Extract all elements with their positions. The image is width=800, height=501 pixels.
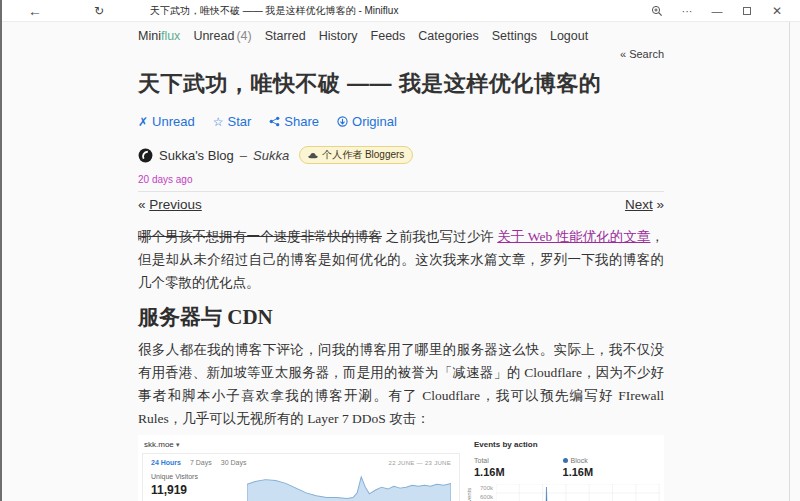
events-yaxis-title: Events: [466, 488, 472, 501]
total-value: 1.16M: [474, 466, 505, 478]
previous-link[interactable]: Previous: [149, 197, 202, 212]
body-link-web-perf[interactable]: 关于 Web 性能优化的文章: [497, 229, 650, 244]
nav-item-settings[interactable]: Settings: [492, 29, 537, 43]
maximize-button[interactable]: [732, 5, 762, 17]
external-link-icon: [337, 116, 348, 127]
paragraph: 很多人都在我的博客下评论，问我的博客用了哪里的服务器这么快。实际上，我不仅没有用…: [138, 338, 664, 430]
category-badge[interactable]: 个人作者 Bloggers: [299, 146, 413, 164]
analytics-card: 24 Hours 7 Days 30 Days 22 JUNE — 23 JUN…: [142, 453, 460, 501]
caret-down-icon: ▾: [176, 441, 180, 448]
maximize-icon: [743, 7, 751, 15]
nav-label: Unread: [193, 29, 234, 43]
share-nodes-icon: [269, 116, 280, 127]
magnifier-plus-icon: [651, 5, 663, 17]
minimize-button[interactable]: —: [702, 5, 732, 17]
main-nav: Miniflux Unread(4) Starred History Feeds…: [138, 29, 664, 43]
search-link[interactable]: « Search: [620, 48, 664, 60]
total-label: Total: [474, 457, 505, 464]
nav-item-starred[interactable]: Starred: [265, 29, 306, 43]
unread-x-icon: ✗: [138, 115, 148, 129]
prev-arrow: «: [138, 197, 149, 212]
app-window: ← ↻ 天下武功，唯快不破 —— 我是这样优化博客的 - Miniflux ··…: [0, 0, 800, 501]
time-range-tabs: 24 Hours 7 Days 30 Days 22 JUNE — 23 JUN…: [151, 459, 451, 466]
meta-separator: –: [240, 148, 247, 163]
window-titlebar: ← ↻ 天下武功，唯快不破 —— 我是这样优化博客的 - Miniflux ··…: [2, 0, 800, 22]
events-yticks: 700k 600k 500k 400k 300k 200k 100k: [476, 484, 493, 501]
analytics-right-panel: Events by action Total 1.16M Block 1.16M…: [474, 438, 660, 501]
nav-item-unread[interactable]: Unread(4): [193, 29, 251, 43]
close-button[interactable]: ✕: [762, 4, 792, 18]
unread-counter: (4): [236, 29, 251, 43]
entry-date: 20 days ago: [138, 174, 664, 185]
back-icon[interactable]: ←: [28, 3, 42, 19]
unique-visitors-row: Unique Visitors 11,919: [151, 473, 451, 501]
tab-30-days: 30 Days: [221, 459, 247, 466]
unread-label: Unread: [152, 114, 195, 129]
events-block: Block 1.16M: [563, 457, 594, 478]
entry-content: 哪个男孩不想拥有一个速度非常快的博客 之前我也写过少许 关于 Web 性能优化的…: [138, 225, 664, 430]
star-icon: ☆: [213, 115, 224, 129]
paragraph: 哪个男孩不想拥有一个速度非常快的博客 之前我也写过少许 关于 Web 性能优化的…: [138, 225, 664, 294]
strikethrough-text: 哪个男孩不想拥有一个速度非常快的博客: [138, 229, 382, 244]
star-button[interactable]: ☆ Star: [213, 114, 252, 129]
nav-item-categories[interactable]: Categories: [418, 29, 478, 43]
entry-pagination: « Previous Next »: [138, 197, 664, 212]
hat-icon: [308, 151, 318, 159]
author-name: Sukka: [253, 148, 289, 163]
events-stats: Total 1.16M Block 1.16M: [474, 457, 660, 478]
logo-text-black: Mini: [138, 29, 161, 43]
block-value: 1.16M: [563, 466, 594, 478]
badge-label: 个人作者 Bloggers: [322, 148, 404, 162]
section-heading: 服务器与 CDN: [138, 306, 664, 329]
nav-item-feeds[interactable]: Feeds: [371, 29, 406, 43]
events-total: Total 1.16M: [474, 457, 505, 478]
entry-title: 天下武功，唯快不破 —— 我是这样优化博客的: [138, 69, 664, 99]
date-range: 22 JUNE — 23 JUNE: [389, 460, 451, 466]
site-name: skk.moe: [144, 440, 174, 449]
scrollbar-track[interactable]: [789, 22, 790, 501]
body-text: 之前我也写过少许: [382, 229, 497, 244]
toggle-unread-button[interactable]: ✗ Unread: [138, 114, 195, 129]
tab-7-days: 7 Days: [190, 459, 212, 466]
entry-meta: Sukka's Blog – Sukka 个人作者 Bloggers: [138, 146, 664, 164]
unique-visitors-label: Unique Visitors: [151, 473, 247, 480]
embedded-analytics-image: skk.moe ▾ 24 Hours 7 Days 30 Days 22 JUN…: [138, 435, 664, 501]
zoom-icon[interactable]: [642, 4, 672, 17]
unique-visitors-chart: [247, 473, 451, 501]
site-selector: skk.moe ▾: [142, 438, 460, 453]
divider: [138, 191, 664, 192]
block-legend-dot: [563, 458, 568, 463]
nav-item-logout[interactable]: Logout: [550, 29, 588, 43]
original-link[interactable]: Original: [337, 114, 397, 129]
unique-visitors-value: 11,919: [151, 483, 247, 497]
tab-24-hours: 24 Hours: [151, 459, 181, 466]
events-chart: Events 700k 600k 500k 400k 300k 200k 100…: [496, 484, 660, 501]
entry-actions: ✗ Unread ☆ Star Share: [138, 114, 664, 129]
window-controls: ··· — ✕: [642, 4, 800, 18]
next-arrow: »: [653, 197, 664, 212]
next-link[interactable]: Next: [625, 197, 653, 212]
window-title: 天下武功，唯快不破 —— 我是这样优化博客的 - Miniflux: [150, 4, 398, 18]
share-button[interactable]: Share: [269, 114, 319, 129]
miniflux-logo[interactable]: Miniflux: [138, 29, 180, 43]
logo-text-green: flux: [161, 29, 180, 43]
feed-title-link[interactable]: Sukka's Blog: [159, 148, 234, 163]
analytics-left-panel: skk.moe ▾ 24 Hours 7 Days 30 Days 22 JUN…: [142, 438, 460, 501]
block-label: Block: [571, 457, 588, 464]
star-label: Star: [227, 114, 251, 129]
events-by-action-title: Events by action: [474, 438, 660, 449]
share-label: Share: [284, 114, 319, 129]
feed-favicon: [138, 148, 153, 163]
refresh-icon[interactable]: ↻: [94, 4, 104, 18]
events-chart-svg: [496, 484, 660, 501]
original-label: Original: [352, 114, 397, 129]
nav-item-history[interactable]: History: [319, 29, 358, 43]
more-options-icon[interactable]: ···: [672, 5, 702, 17]
